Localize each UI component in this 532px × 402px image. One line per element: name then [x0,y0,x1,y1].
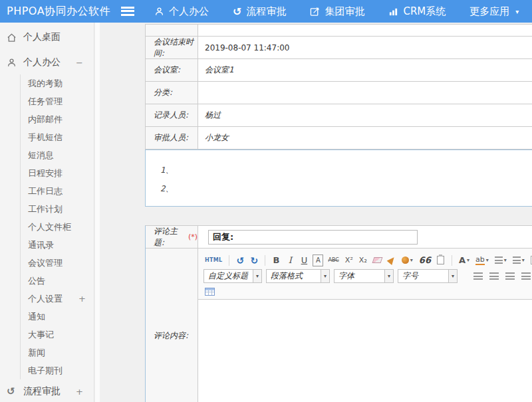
sidebar-item-label: 个人文件柜 [28,221,71,233]
table-row-comment-content: 评论内容: HTML ↺ ↻ B I U A A [146,249,532,402]
meeting-content-textarea[interactable]: 1、 2、 [145,150,532,207]
sidebar-item-e-journal[interactable]: 电子期刊 [20,361,94,379]
nav-crm-system[interactable]: CRM系统 [388,5,446,18]
sidebar-item-task-management[interactable]: 任务管理 [20,92,94,110]
sidebar-item-flow-approval[interactable]: 流程审批 + [0,379,94,402]
insert-table-button[interactable] [203,286,216,298]
highlight-color-button[interactable]: ab▾ [474,254,490,266]
align-left-button[interactable] [472,270,484,282]
redo-icon[interactable]: ↻ [249,254,259,266]
collapse-toggle[interactable]: − [76,58,83,68]
ordered-list-button[interactable]: ▾ [493,254,508,266]
sidebar-item-label: 大事记 [28,329,54,341]
sidebar-item-label: 个人桌面 [23,31,61,43]
editor-toolbar-row1: HTML ↺ ↻ B I U A ABC X² X₂ [198,252,532,268]
meeting-info-table: 会议结束时间: 2019-08-07 11:47:00 会议室: 会议室1 分类… [145,24,532,150]
color-pencil-button[interactable]: ▾ [400,254,414,266]
table-row-end-time: 会议结束时间: 2019-08-07 11:47:00 [146,37,532,59]
subscript-button[interactable]: X₂ [358,254,368,266]
row-value: 杨过 [198,104,532,126]
sidebar-gutter [95,23,100,402]
eraser-icon[interactable] [372,254,383,266]
caret-down-icon: ▾ [253,270,261,282]
sidebar-item-news[interactable]: 新闻 [20,344,94,361]
sidebar-item-mobile-sms[interactable]: 手机短信 [20,128,94,146]
sidebar-item-personal-office[interactable]: 个人办公 − [0,50,94,74]
bar-chart-icon [388,7,398,17]
nav-personal-office[interactable]: 个人办公 [154,5,209,18]
sidebar-item-label: 内部邮件 [28,114,63,126]
sidebar-item-work-plan[interactable]: 工作计划 [20,200,94,218]
meeting-detail-form: 会议结束时间: 2019-08-07 11:47:00 会议室: 会议室1 分类… [145,24,532,402]
blockquote-button[interactable]: 66 [418,254,432,266]
row-label: 会议室: [146,59,198,81]
toolbar-separator [265,255,265,266]
expand-toggle[interactable]: + [76,387,83,397]
font-family-select[interactable]: 字体▾ [334,269,394,283]
undo-icon[interactable]: ↺ [235,254,245,266]
sidebar-item-label: 电子期刊 [28,365,63,377]
sidebar-item-label: 会议管理 [28,257,63,269]
sidebar-item-label: 公告 [28,275,45,287]
bold-button[interactable]: B [271,254,281,266]
comment-subject-input[interactable] [208,230,418,245]
comment-content-label: 评论内容: [146,249,198,402]
table-row-comment-subject: 评论主题: (*) [146,226,532,249]
sidebar-item-notice[interactable]: 通知 [20,308,94,326]
sidebar-item-meeting-management[interactable]: 会议管理 [20,254,94,272]
paste-icon[interactable] [436,254,446,266]
table-row-category: 分类: [146,82,532,104]
new-page-icon[interactable] [529,254,532,266]
expand-toggle[interactable]: + [78,294,86,304]
heading-select[interactable]: 自定义标题▾ [203,269,262,283]
align-center-button[interactable] [488,270,500,282]
row-label-cell: 评论主题: (*) [146,226,198,248]
sidebar-item-personal-desktop[interactable]: 个人桌面 [0,24,94,50]
sidebar-item-internal-mail[interactable]: 内部邮件 [20,110,94,128]
nav-flow-approval[interactable]: 流程审批 [233,5,286,18]
hamburger-menu-icon[interactable] [121,7,134,16]
edit-icon [310,7,320,17]
font-style-button[interactable]: A [313,254,323,266]
row-value-cell [198,25,532,36]
sidebar-item-short-message[interactable]: 短消息 [20,146,94,164]
justify-button[interactable] [520,270,532,282]
row-value: 小龙女 [198,127,532,149]
sidebar-item-memorabilia[interactable]: 大事记 [20,326,94,344]
comment-content-editor-body[interactable] [198,300,532,402]
caret-down-icon: ▾ [321,270,329,282]
superscript-button[interactable]: X² [344,254,354,266]
unordered-list-button[interactable]: ▾ [511,254,526,266]
caret-down-icon: ▾ [448,270,457,282]
sidebar-item-contacts[interactable]: 通讯录 [20,236,94,254]
paragraph-format-select[interactable]: 段落格式▾ [266,269,330,283]
sidebar-item-schedule[interactable]: 日程安排 [20,164,94,182]
required-mark: (*) [188,233,198,241]
format-brush-icon[interactable] [386,254,397,266]
sidebar-item-label: 短消息 [28,150,54,161]
nav-group-approval[interactable]: 集团审批 [310,5,364,18]
sidebar-item-announcement[interactable]: 公告 [20,272,94,290]
sidebar-item-personal-settings[interactable]: 个人设置 + [20,290,94,308]
font-size-select[interactable]: 字号▾ [398,269,458,283]
content-line: 1、 [160,161,532,179]
sidebar-item-label: 我的考勤 [28,78,63,90]
toolbar-separator [452,255,452,266]
sidebar-item-label: 工作日志 [28,185,63,197]
font-color-button[interactable]: A▾ [458,254,471,266]
strikethrough-button[interactable]: ABC [327,254,340,266]
sidebar-item-personal-files[interactable]: 个人文件柜 [20,218,94,236]
sidebar-item-my-attendance[interactable]: 我的考勤 [20,74,94,92]
align-right-button[interactable] [504,270,516,282]
html-source-button[interactable]: HTML [203,254,223,266]
rich-text-editor: HTML ↺ ↻ B I U A ABC X² X₂ [198,249,532,402]
nav-more-apps[interactable]: 更多应用 ▾ [469,5,519,18]
row-label: 会议结束时间: [146,37,198,58]
italic-button[interactable]: I [285,254,295,266]
underline-button[interactable]: U [299,254,309,266]
sidebar-item-label: 通讯录 [28,239,54,251]
sidebar-item-work-log[interactable]: 工作日志 [20,182,94,200]
editor-toolbar-row3 [198,284,532,299]
main-content: 会议结束时间: 2019-08-07 11:47:00 会议室: 会议室1 分类… [100,23,532,402]
table-row-recorder: 记录人员: 杨过 [146,104,532,127]
